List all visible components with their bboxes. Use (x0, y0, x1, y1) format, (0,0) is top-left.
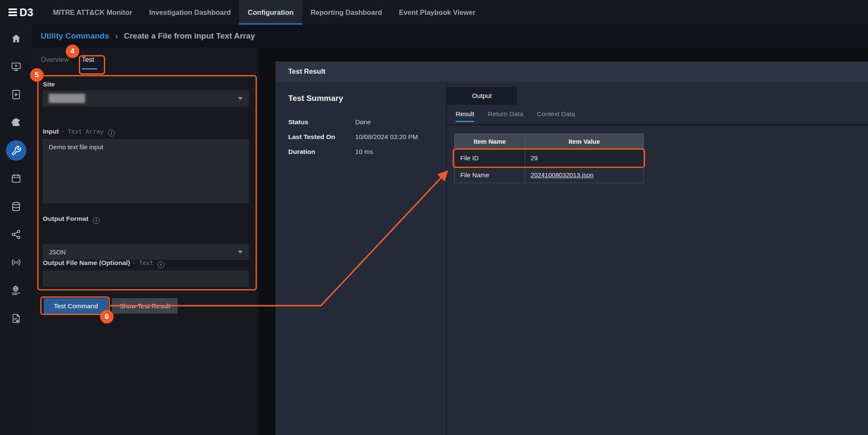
broadcast-icon[interactable] (0, 248, 32, 276)
chevron-down-icon (238, 97, 243, 100)
test-result-title: Test Result (288, 67, 326, 75)
active-sidebar-highlight (6, 140, 26, 161)
nav-configuration[interactable]: Configuration (239, 0, 302, 25)
site-label: Site (43, 81, 55, 88)
integrations-puzzle-icon[interactable] (0, 109, 32, 137)
app-window: D3 MITRE ATT&CK Monitor Investigation Da… (0, 0, 868, 435)
tab-output[interactable]: Output (447, 87, 517, 105)
share-nodes-icon[interactable] (0, 220, 32, 248)
summary-row-status: Status Done (288, 118, 437, 126)
file-name-value-cell: 20241008032013.json (525, 167, 644, 183)
summary-row-last-tested: Last Tested On 10/08/2024 03:20 PM (288, 133, 437, 141)
show-test-result-button[interactable]: Show Test Result (112, 298, 178, 314)
output-result-table: Item Name Item Value File ID 29 File Nam… (454, 134, 644, 183)
icon-sidebar (0, 25, 32, 435)
nav-mitre-attack-monitor[interactable]: MITRE ATT&CK Monitor (45, 0, 141, 25)
command-tabs: Overview Test (41, 56, 94, 68)
utility-commands-wrench-icon[interactable] (0, 137, 32, 165)
file-name-link[interactable]: 20241008032013.json (531, 171, 593, 178)
output-file-name-input[interactable] (43, 270, 249, 287)
d3-logo[interactable]: D3 (0, 0, 45, 25)
breadcrumb: Utility Commands › Create a File from in… (32, 25, 868, 47)
top-navigation: D3 MITRE ATT&CK Monitor Investigation Da… (0, 0, 868, 25)
globe-report-icon[interactable] (0, 276, 32, 304)
nav-reporting-dashboard[interactable]: Reporting Dashboard (302, 0, 391, 25)
last-tested-value: 10/08/2024 03:20 PM (355, 133, 418, 141)
info-icon[interactable] (108, 130, 115, 137)
table-header-row: Item Name Item Value (455, 134, 644, 149)
test-result-header: Test Result (275, 61, 868, 81)
info-icon[interactable] (158, 261, 164, 268)
output-subtabs: Result Return Data Context Data (456, 110, 575, 122)
info-icon[interactable] (93, 217, 100, 224)
calendar-icon[interactable] (0, 165, 32, 192)
table-header-item-name: Item Name (455, 134, 525, 149)
chevron-down-icon (238, 251, 243, 254)
table-header-item-value: Item Value (525, 134, 644, 149)
subtab-divider (447, 124, 868, 125)
output-format-label: Output Format (43, 215, 100, 224)
test-command-button[interactable]: Test Command (44, 298, 108, 314)
home-icon[interactable] (0, 25, 32, 53)
table-row-file-name: File Name 20241008032013.json (455, 167, 644, 183)
breadcrumb-utility-commands[interactable]: Utility Commands (41, 31, 109, 41)
breadcrumb-separator-icon: › (115, 31, 118, 41)
status-value: Done (355, 118, 371, 126)
tab-overview[interactable]: Overview (41, 56, 69, 68)
summary-row-duration: Duration 10 ms (288, 148, 437, 156)
tab-test[interactable]: Test (82, 56, 94, 68)
d3-logo-text: D3 (19, 6, 33, 19)
table-row-file-id: File ID 29 (455, 149, 644, 167)
input-type-hint: - Text Array (61, 128, 103, 135)
input-label: Input - Text Array (43, 128, 115, 137)
output-file-name-label: Output File Name (Optional) - Text (43, 259, 164, 268)
incident-monitor-icon[interactable] (0, 53, 32, 81)
file-name-name-cell: File Name (455, 167, 525, 183)
nav-investigation-dashboard[interactable]: Investigation Dashboard (141, 0, 239, 25)
d3-logo-icon (8, 8, 17, 16)
test-result-panel: Test Result Test Summary Status Done Las… (275, 61, 868, 435)
input-textarea[interactable]: Demo text file input (43, 139, 249, 204)
playbook-icon[interactable] (0, 81, 32, 109)
output-section: Output Result Return Data Context Data I… (447, 81, 868, 435)
file-id-name-cell: File ID (455, 149, 525, 167)
document-signature-icon[interactable] (0, 304, 32, 332)
page-title: Create a File from input Text Array (124, 31, 255, 41)
subtab-context-data[interactable]: Context Data (537, 110, 575, 122)
site-select[interactable] (43, 90, 249, 106)
duration-value: 10 ms (355, 148, 373, 156)
nav-event-playbook-viewer[interactable]: Event Playbook Viewer (390, 0, 484, 25)
test-summary: Test Summary Status Done Last Tested On … (288, 94, 437, 163)
subtab-return-data[interactable]: Return Data (488, 110, 523, 122)
subtab-result[interactable]: Result (456, 110, 474, 122)
command-test-panel: Overview Test Site Input - Text Array De… (32, 47, 259, 435)
output-format-value: JSON (49, 248, 66, 256)
output-file-name-type-hint: - Text (132, 259, 153, 266)
database-icon[interactable] (0, 192, 32, 220)
test-summary-title: Test Summary (288, 94, 437, 103)
redacted-site-value (49, 94, 85, 103)
output-format-select[interactable]: JSON (43, 244, 249, 260)
file-id-value-cell: 29 (525, 149, 644, 167)
